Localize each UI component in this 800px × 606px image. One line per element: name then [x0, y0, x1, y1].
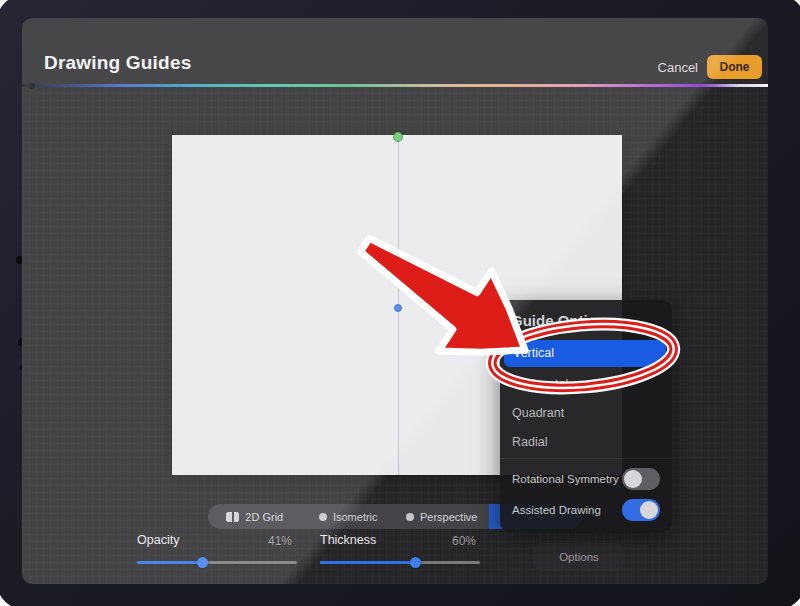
- tab-label: 2D Grid: [245, 511, 283, 523]
- tab-isometric[interactable]: Isometric: [302, 504, 396, 529]
- drawing-guides-screen: Drawing Guides Cancel Done 2D Grid Isome…: [22, 18, 768, 584]
- thickness-slider[interactable]: [320, 561, 480, 564]
- opacity-slider[interactable]: [137, 561, 297, 564]
- thickness-value: 60%: [452, 534, 476, 548]
- tab-perspective[interactable]: Perspective: [395, 504, 489, 529]
- rainbow-divider: [22, 84, 768, 87]
- circle-icon: [406, 513, 414, 521]
- toggle-knob: [640, 501, 658, 519]
- menu-item-vertical[interactable]: Vertical: [504, 340, 666, 367]
- opacity-label: Opacity: [137, 533, 179, 547]
- done-button[interactable]: Done: [707, 55, 762, 79]
- circle-icon: [319, 513, 327, 521]
- menu-item-horizontal[interactable]: Horizontal: [512, 377, 662, 399]
- page-title: Drawing Guides: [44, 52, 191, 74]
- guide-center-node-handle[interactable]: [394, 304, 402, 312]
- menu-item-quadrant[interactable]: Quadrant: [512, 406, 662, 428]
- cancel-button[interactable]: Cancel: [658, 60, 698, 75]
- screenshot-stage: Drawing Guides Cancel Done 2D Grid Isome…: [0, 0, 800, 606]
- thickness-label: Thickness: [320, 533, 376, 547]
- thickness-slider-knob[interactable]: [410, 557, 421, 568]
- opacity-slider-knob[interactable]: [197, 557, 208, 568]
- rainbow-divider-endpoint: [29, 83, 35, 89]
- guide-options-panel: Guide Options Vertical Horizontal Quadra…: [500, 300, 672, 532]
- assisted-drawing-toggle[interactable]: [622, 499, 660, 521]
- rotational-symmetry-toggle[interactable]: [622, 468, 660, 490]
- rotational-symmetry-label: Rotational Symmetry: [512, 473, 619, 485]
- tab-label: Perspective: [420, 511, 477, 523]
- assisted-drawing-label: Assisted Drawing: [512, 504, 601, 516]
- opacity-value: 41%: [268, 534, 292, 548]
- grid-icon: [226, 512, 239, 522]
- tab-label: Isometric: [333, 511, 378, 523]
- header-bar: Drawing Guides Cancel Done: [22, 18, 768, 84]
- guide-options-title: Guide Options: [511, 312, 614, 329]
- tab-2d-grid[interactable]: 2D Grid: [208, 504, 302, 529]
- toggle-knob: [624, 470, 642, 488]
- panel-divider: [500, 458, 672, 459]
- menu-item-radial[interactable]: Radial: [512, 435, 662, 457]
- opacity-slider-fill: [137, 561, 203, 564]
- thickness-slider-fill: [320, 561, 416, 564]
- guide-top-node-handle[interactable]: [393, 132, 403, 142]
- options-button[interactable]: Options: [534, 543, 624, 571]
